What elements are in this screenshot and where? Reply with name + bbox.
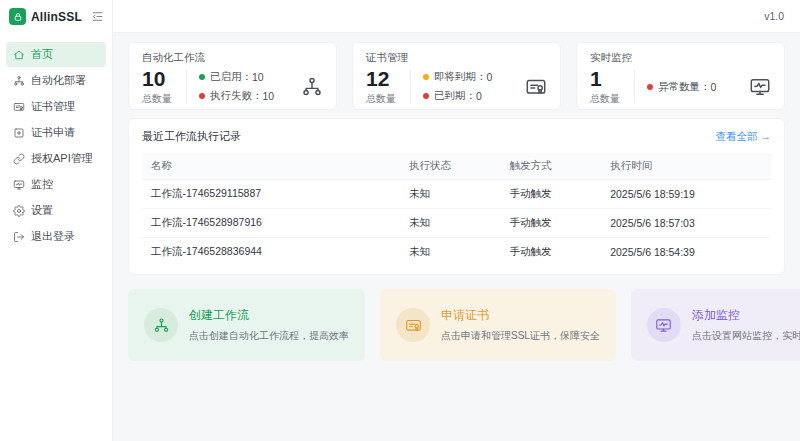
metric-value: 10 xyxy=(252,71,264,83)
sidebar-item-label: 退出登录 xyxy=(31,229,75,244)
certificate-icon xyxy=(13,101,25,113)
cell-time: 2025/5/6 18:59:19 xyxy=(601,180,771,209)
topbar: v1.0 xyxy=(113,0,800,33)
sidebar-item-label: 自动化部署 xyxy=(31,73,86,88)
cell-status: 未知 xyxy=(400,180,501,209)
action-apply-certificate[interactable]: 申请证书 点击申请和管理SSL证书，保障安全 xyxy=(380,289,616,361)
sidebar-item-label: 授权API管理 xyxy=(31,151,93,166)
plus-square-icon xyxy=(13,127,25,139)
records-table: 名称 执行状态 触发方式 执行时间 工作流-1746529115887 未知 手… xyxy=(142,153,771,266)
cell-trigger: 手动触发 xyxy=(501,238,602,267)
action-create-workflow[interactable]: 创建工作流 点击创建自动化工作流程，提高效率 xyxy=(128,289,365,361)
cell-trigger: 手动触发 xyxy=(501,209,602,238)
monitor-icon xyxy=(13,179,25,191)
column-header-status: 执行状态 xyxy=(400,153,501,180)
status-dot xyxy=(423,74,429,80)
column-header-name: 名称 xyxy=(142,153,400,180)
metric-label: 已启用： xyxy=(210,70,252,84)
workflow-icon xyxy=(301,76,323,98)
metric-expiring: 即将到期： 0 xyxy=(423,70,492,84)
metric-expired: 已到期： 0 xyxy=(423,89,492,103)
table-header-row: 名称 执行状态 触发方式 执行时间 xyxy=(142,153,771,180)
sidebar-item-cert-apply[interactable]: 证书申请 xyxy=(6,120,106,145)
column-header-time: 执行时间 xyxy=(601,153,771,180)
sidebar-item-label: 证书申请 xyxy=(31,125,75,140)
stat-total-label: 总数量 xyxy=(366,92,408,106)
metric-label: 执行失败： xyxy=(210,89,263,103)
app-window: AllinSSL 首页 自动化部署 证书管理 证书申请 授权API管理 xyxy=(0,0,800,441)
stat-title: 自动化工作流 xyxy=(142,51,323,65)
cell-status: 未知 xyxy=(400,238,501,267)
home-icon xyxy=(13,49,25,61)
link-icon xyxy=(13,153,25,165)
certificate-icon xyxy=(525,76,547,98)
action-add-monitoring[interactable]: 添加监控 点击设置网站监控，实时掌握运行状态 xyxy=(631,289,800,361)
table-row: 工作流-1746528836944 未知 手动触发 2025/5/6 18:54… xyxy=(142,238,771,267)
stat-total-value: 12 xyxy=(366,67,408,91)
monitor-icon xyxy=(647,308,681,342)
menu-fold-icon[interactable] xyxy=(91,10,104,23)
metric-value: 0 xyxy=(476,90,482,102)
sidebar-item-home[interactable]: 首页 xyxy=(6,42,106,67)
workflow-icon xyxy=(13,75,25,87)
gear-icon xyxy=(13,205,25,217)
sidebar-item-label: 首页 xyxy=(31,47,53,62)
actions-row: 创建工作流 点击创建自动化工作流程，提高效率 申请证书 点击申请和管理SSL证书… xyxy=(128,289,785,361)
records-card: 最近工作流执行记录 查看全部 → 名称 执行状态 触发方式 执行时间 工作流-1… xyxy=(128,118,785,275)
stat-card-monitoring: 实时监控 1 总数量 异常数量： 0 xyxy=(576,42,785,110)
stat-title: 证书管理 xyxy=(366,51,547,65)
cell-name: 工作流-1746528987916 xyxy=(142,209,400,238)
divider xyxy=(634,70,635,104)
view-all-link[interactable]: 查看全部 → xyxy=(716,130,771,144)
table-row: 工作流-1746529115887 未知 手动触发 2025/5/6 18:59… xyxy=(142,180,771,209)
stat-total-label: 总数量 xyxy=(142,92,184,106)
sidebar-item-label: 监控 xyxy=(31,177,53,192)
divider xyxy=(186,70,187,104)
metric-label: 即将到期： xyxy=(434,70,487,84)
monitor-icon xyxy=(749,76,771,98)
records-title: 最近工作流执行记录 xyxy=(142,129,241,144)
metric-failed: 执行失败： 10 xyxy=(199,89,274,103)
status-dot xyxy=(423,93,429,99)
lock-icon xyxy=(9,8,26,25)
cell-status: 未知 xyxy=(400,209,501,238)
sidebar: AllinSSL 首页 自动化部署 证书管理 证书申请 授权API管理 xyxy=(0,0,113,441)
metric-value: 10 xyxy=(263,90,275,102)
sidebar-item-logout[interactable]: 退出登录 xyxy=(6,224,106,249)
sidebar-item-settings[interactable]: 设置 xyxy=(6,198,106,223)
action-title: 添加监控 xyxy=(692,307,800,324)
main-content: 自动化工作流 10 总数量 已启用： 10 xyxy=(113,33,800,441)
cell-name: 工作流-1746529115887 xyxy=(142,180,400,209)
version-label: v1.0 xyxy=(764,10,784,22)
stat-title: 实时监控 xyxy=(590,51,771,65)
divider xyxy=(410,70,411,104)
action-title: 创建工作流 xyxy=(189,307,349,324)
metric-abnormal: 异常数量： 0 xyxy=(647,80,716,94)
action-desc: 点击申请和管理SSL证书，保障安全 xyxy=(441,329,600,343)
sidebar-item-api[interactable]: 授权API管理 xyxy=(6,146,106,171)
action-title: 申请证书 xyxy=(441,307,600,324)
sidebar-item-label: 证书管理 xyxy=(31,99,75,114)
metric-label: 已到期： xyxy=(434,89,476,103)
stat-card-certificates: 证书管理 12 总数量 即将到期： 0 xyxy=(352,42,561,110)
app-title: AllinSSL xyxy=(31,10,82,24)
metric-enabled: 已启用： 10 xyxy=(199,70,274,84)
sidebar-item-monitor[interactable]: 监控 xyxy=(6,172,106,197)
cell-time: 2025/5/6 18:54:39 xyxy=(601,238,771,267)
action-desc: 点击创建自动化工作流程，提高效率 xyxy=(189,329,349,343)
status-dot xyxy=(199,74,205,80)
cell-name: 工作流-1746528836944 xyxy=(142,238,400,267)
cell-time: 2025/5/6 18:57:03 xyxy=(601,209,771,238)
stat-total-label: 总数量 xyxy=(590,92,632,106)
stat-total-value: 1 xyxy=(590,67,632,91)
certificate-icon xyxy=(396,308,430,342)
sidebar-item-label: 设置 xyxy=(31,203,53,218)
sidebar-item-deploy[interactable]: 自动化部署 xyxy=(6,68,106,93)
stat-card-workflows: 自动化工作流 10 总数量 已启用： 10 xyxy=(128,42,337,110)
metric-value: 0 xyxy=(711,81,717,93)
cell-trigger: 手动触发 xyxy=(501,180,602,209)
metric-value: 0 xyxy=(487,71,493,83)
table-row: 工作流-1746528987916 未知 手动触发 2025/5/6 18:57… xyxy=(142,209,771,238)
sidebar-item-cert-manage[interactable]: 证书管理 xyxy=(6,94,106,119)
workflow-icon xyxy=(144,308,178,342)
